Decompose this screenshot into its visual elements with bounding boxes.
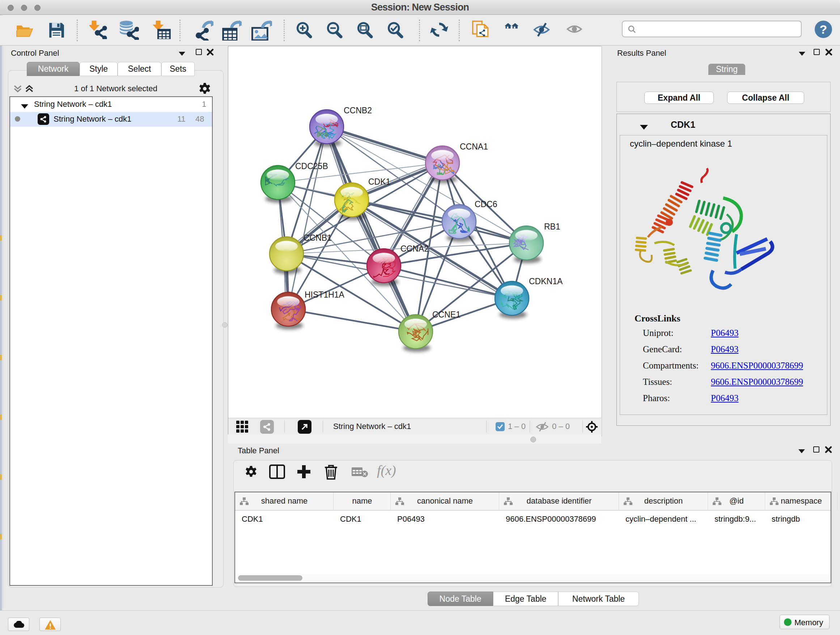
- svg-text:CCNB1: CCNB1: [303, 233, 332, 242]
- svg-text:CCNA1: CCNA1: [460, 142, 488, 151]
- svg-text:CCNB2: CCNB2: [344, 106, 372, 115]
- svg-text:CCNE1: CCNE1: [432, 310, 461, 319]
- svg-text:CDC25B: CDC25B: [295, 162, 328, 171]
- svg-text:CDK1: CDK1: [368, 177, 390, 187]
- svg-text:CDC6: CDC6: [475, 200, 497, 209]
- svg-text:CDKN1A: CDKN1A: [529, 277, 563, 286]
- svg-text:CCNA2: CCNA2: [401, 244, 429, 253]
- svg-text:RB1: RB1: [544, 222, 561, 231]
- svg-text:HIST1H1A: HIST1H1A: [305, 290, 345, 299]
